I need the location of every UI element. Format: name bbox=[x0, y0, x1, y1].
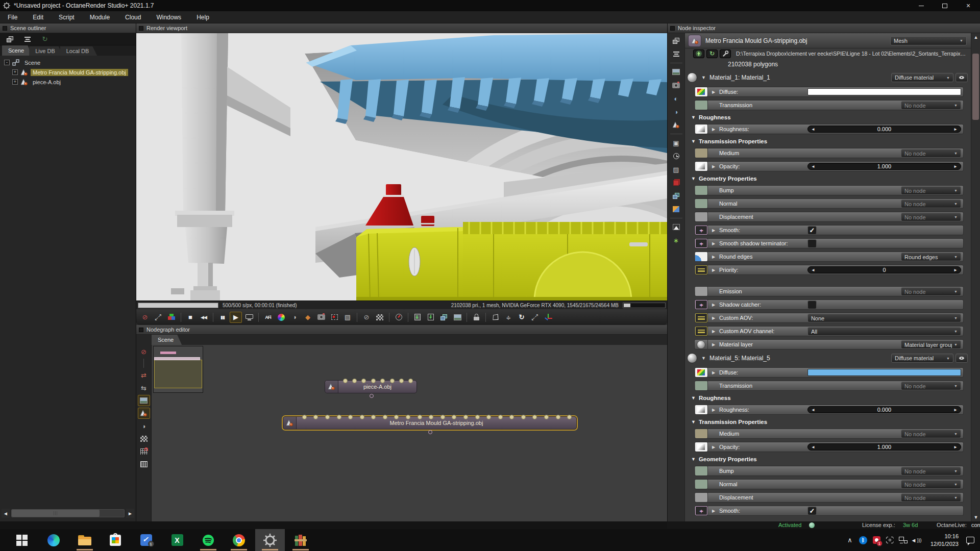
network-icon[interactable] bbox=[896, 529, 910, 551]
outliner-hscrollbar[interactable]: ◄ ► bbox=[2, 508, 134, 518]
section-header[interactable]: ▼Geometry Properties bbox=[691, 455, 971, 463]
expand-arrow-icon[interactable]: ▶ bbox=[712, 342, 716, 347]
material-header[interactable]: ▼Material_1: Material_1Diffuse material▼ bbox=[687, 72, 968, 83]
parameter-type-icon[interactable]: ◂|▸ bbox=[695, 225, 708, 235]
expand-arrow-icon[interactable]: ▶ bbox=[712, 303, 716, 307]
todo-icon[interactable]: ✓1 bbox=[132, 529, 161, 551]
edge-icon[interactable] bbox=[39, 529, 68, 551]
node-input-pin[interactable] bbox=[509, 415, 514, 419]
node-input-pin[interactable] bbox=[406, 415, 410, 419]
tools-node-icon[interactable]: ▨ bbox=[670, 164, 683, 175]
parameter-type-icon[interactable] bbox=[695, 286, 708, 296]
clock-node-icon[interactable] bbox=[670, 151, 683, 162]
section-header[interactable]: ▼Roughness bbox=[691, 394, 971, 402]
expand-arrow-icon[interactable]: ▶ bbox=[712, 228, 716, 233]
graph-node[interactable]: piece-A.obj bbox=[325, 380, 417, 393]
node-link-dropdown[interactable]: No node▼ bbox=[901, 287, 961, 296]
transform-node-icon[interactable]: ▣ bbox=[670, 137, 683, 148]
node-input-pin[interactable] bbox=[325, 415, 330, 419]
stop-render-icon[interactable]: ⊘ bbox=[139, 312, 151, 323]
parameter-type-icon[interactable] bbox=[695, 198, 708, 209]
snip-icon[interactable] bbox=[883, 529, 896, 551]
expand-nodes-icon[interactable]: ⇄ bbox=[138, 369, 150, 381]
parameter-type-icon[interactable] bbox=[695, 339, 708, 349]
lock-view-icon[interactable] bbox=[470, 312, 482, 323]
parameter-type-icon[interactable] bbox=[695, 326, 708, 336]
parameter-type-icon[interactable] bbox=[695, 313, 708, 323]
parameter-type-icon[interactable] bbox=[695, 185, 708, 195]
node-input-pin[interactable] bbox=[532, 415, 537, 419]
node-input-pin[interactable] bbox=[390, 379, 395, 383]
checker-background-icon[interactable] bbox=[374, 312, 386, 323]
fullscreen-icon[interactable]: ↗↙ bbox=[529, 312, 541, 323]
value-slider[interactable]: ◄0.000► bbox=[807, 406, 961, 413]
pause-icon[interactable]: ▮▮ bbox=[216, 312, 229, 323]
node-input-pin[interactable] bbox=[302, 415, 307, 419]
nodegraph-tab-scene[interactable]: Scene bbox=[152, 335, 182, 345]
expand-arrow-icon[interactable]: ▶ bbox=[712, 329, 716, 334]
parameter-type-icon[interactable] bbox=[695, 429, 708, 439]
node-input-pin[interactable] bbox=[348, 415, 353, 419]
restart-icon[interactable]: ◀◀ bbox=[198, 312, 210, 323]
node-type-dropdown[interactable]: Mesh▼ bbox=[890, 36, 967, 45]
collapse-arrow-icon[interactable]: ▼ bbox=[701, 356, 706, 361]
node-inspector-header[interactable]: Node inspector bbox=[668, 23, 980, 33]
show-materials-icon[interactable]: ◑ bbox=[138, 420, 150, 432]
material-picker-icon[interactable]: ◑ bbox=[288, 312, 301, 323]
node-input-pin[interactable] bbox=[360, 415, 364, 419]
outliner-tab-scene[interactable]: Scene bbox=[2, 45, 32, 56]
layout-icon[interactable] bbox=[21, 34, 34, 45]
expand-icon[interactable]: + bbox=[12, 69, 18, 75]
node-input-pin[interactable] bbox=[498, 415, 503, 419]
parameter-type-icon[interactable] bbox=[695, 405, 708, 415]
parameter-type-icon[interactable] bbox=[695, 252, 708, 262]
axes-gizmo-icon[interactable] bbox=[542, 312, 554, 323]
material-preview-button[interactable] bbox=[955, 73, 968, 82]
whitebalance-picker-icon[interactable] bbox=[275, 312, 287, 323]
menu-script[interactable]: Script bbox=[51, 11, 82, 23]
value-slider[interactable]: ◄0► bbox=[807, 266, 961, 273]
realtime-icon[interactable] bbox=[243, 312, 255, 323]
node-link-dropdown[interactable]: No node▼ bbox=[901, 467, 961, 475]
value-dropdown[interactable]: None▼ bbox=[807, 314, 961, 322]
object-control-icon[interactable] bbox=[489, 312, 501, 323]
lens-node-icon[interactable]: ◑ bbox=[670, 106, 683, 117]
inspector-scrollbar[interactable]: ▲ ▼ bbox=[971, 33, 980, 521]
parameter-type-icon[interactable]: ◂|▸ bbox=[695, 238, 708, 248]
parameter-type-icon[interactable] bbox=[695, 212, 708, 222]
node-input-pin[interactable] bbox=[567, 415, 572, 419]
image-node-icon[interactable] bbox=[670, 66, 683, 78]
menu-module[interactable]: Module bbox=[82, 11, 117, 23]
checkbox[interactable] bbox=[807, 239, 817, 248]
node-input-pin[interactable] bbox=[371, 415, 376, 419]
show-images-icon[interactable] bbox=[138, 395, 150, 406]
node-input-pin[interactable] bbox=[313, 415, 318, 419]
material-preview-button[interactable] bbox=[955, 354, 968, 363]
node-input-pin[interactable] bbox=[440, 415, 445, 419]
parameter-type-icon[interactable] bbox=[695, 367, 708, 378]
section-header[interactable]: ▼Transmission Properties bbox=[691, 137, 971, 145]
save-passes-icon[interactable] bbox=[438, 312, 450, 323]
rgb-preview-icon[interactable] bbox=[165, 312, 178, 323]
checkbox[interactable] bbox=[807, 300, 817, 309]
performance-gauge-icon[interactable] bbox=[393, 312, 405, 323]
collapse-arrow-icon[interactable]: ▼ bbox=[691, 115, 696, 120]
environment-node-icon[interactable] bbox=[670, 221, 683, 233]
bluetooth-icon[interactable]: ᛒ bbox=[856, 529, 870, 551]
nodegraph-minimap[interactable] bbox=[153, 346, 203, 393]
chrome-icon[interactable] bbox=[224, 529, 254, 551]
section-header[interactable]: ▼Roughness bbox=[691, 113, 971, 121]
material-type-dropdown[interactable]: Diffuse material▼ bbox=[891, 73, 953, 82]
scroll-down-icon[interactable]: ▼ bbox=[971, 513, 980, 521]
node-input-pin[interactable] bbox=[521, 415, 526, 419]
scrollbar-thumb[interactable] bbox=[12, 510, 100, 517]
refresh-icon[interactable]: ↻ bbox=[39, 34, 51, 45]
node-input-pin[interactable] bbox=[361, 379, 366, 383]
collapse-icon[interactable]: - bbox=[4, 60, 10, 65]
node-link-dropdown[interactable]: No node▼ bbox=[901, 493, 961, 502]
collapse-arrow-icon[interactable]: ▼ bbox=[691, 139, 696, 144]
section-header[interactable]: ▼Geometry Properties bbox=[691, 174, 971, 182]
render-image[interactable] bbox=[136, 33, 667, 300]
value-slider[interactable]: ◄1.000► bbox=[807, 163, 961, 170]
snap-grid-icon[interactable] bbox=[138, 446, 150, 457]
